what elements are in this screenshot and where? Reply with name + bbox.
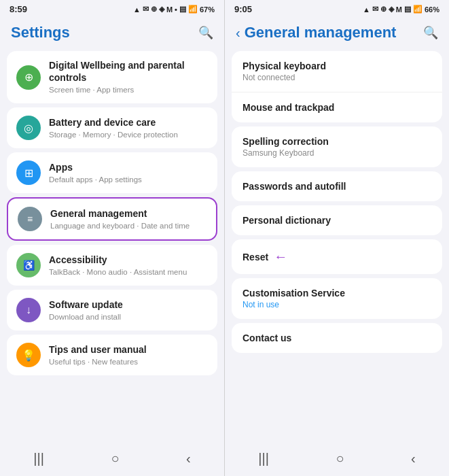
apps-item[interactable]: ⊞ Apps Default apps · App settings	[7, 152, 217, 193]
left-time: 8:59	[10, 4, 27, 14]
right-nav-home[interactable]: ○	[336, 451, 344, 466]
right-page-title: General management	[245, 24, 397, 41]
customisation-service-subtitle: Not in use	[243, 300, 431, 309]
accessibility-card: ♿ Accessibility TalkBack · Mono audio · …	[7, 245, 217, 286]
customisation-service-item[interactable]: Customisation Service Not in use	[232, 278, 442, 319]
left-header-icons: 🔍	[198, 25, 213, 40]
tips-title: Tips and user manual	[49, 343, 208, 356]
general-management-icon: ≡	[18, 207, 42, 231]
contact-card: Contact us	[232, 323, 442, 353]
mouse-trackpad-item[interactable]: Mouse and trackpad	[232, 92, 442, 122]
general-management-item[interactable]: ≡ General management Language and keyboa…	[8, 199, 216, 239]
software-update-subtitle: Download and install	[49, 312, 208, 322]
personal-dictionary-title: Personal dictionary	[243, 215, 431, 226]
accessibility-icon: ♿	[16, 253, 41, 277]
right-time: 9:05	[234, 4, 252, 14]
right-status-icons: ▲ ✉ ⊕ ◈ M ▤ 📶 66%	[363, 5, 439, 14]
passwords-autofill-title: Passwords and autofill	[243, 181, 431, 192]
digital-wellbeing-icon: ⊕	[16, 65, 41, 90]
physical-keyboard-item[interactable]: Physical keyboard Not connected	[232, 51, 442, 92]
digital-wellbeing-title: Digital Wellbeing and parental controls	[49, 59, 208, 84]
physical-keyboard-title: Physical keyboard	[243, 61, 431, 71]
digital-wellbeing-card: ⊕ Digital Wellbeing and parental control…	[7, 51, 217, 103]
keyboard-mouse-card: Physical keyboard Not connected Mouse an…	[232, 51, 442, 122]
spelling-correction-subtitle: Samsung Keyboard	[243, 148, 431, 158]
digital-wellbeing-item[interactable]: ⊕ Digital Wellbeing and parental control…	[7, 51, 217, 103]
reset-item[interactable]: Reset ←	[232, 239, 442, 274]
spelling-correction-title: Spelling correction	[243, 136, 431, 147]
right-settings-list: Physical keyboard Not connected Mouse an…	[225, 47, 449, 444]
digital-wellbeing-subtitle: Screen time · App timers	[49, 85, 208, 95]
accessibility-item[interactable]: ♿ Accessibility TalkBack · Mono audio · …	[7, 245, 217, 286]
spelling-correction-item[interactable]: Spelling correction Samsung Keyboard	[232, 126, 442, 167]
left-search-button[interactable]: 🔍	[198, 25, 213, 40]
software-update-item[interactable]: ↓ Software update Download and install	[7, 290, 217, 330]
tips-subtitle: Useful tips · New features	[49, 357, 208, 367]
passwords-card: Passwords and autofill	[232, 171, 442, 201]
right-status-bar: 9:05 ▲ ✉ ⊕ ◈ M ▤ 📶 66%	[225, 0, 449, 17]
left-status-icons: ▲ ✉ ⊕ ◈ M • ▤ 📶 67%	[133, 5, 215, 14]
contact-us-title: Contact us	[243, 333, 431, 343]
contact-us-item[interactable]: Contact us	[232, 323, 442, 353]
apps-card: ⊞ Apps Default apps · App settings	[7, 152, 217, 193]
reset-arrow-icon: ←	[274, 249, 287, 265]
passwords-autofill-item[interactable]: Passwords and autofill	[232, 171, 442, 201]
tips-card: 💡 Tips and user manual Useful tips · New…	[7, 335, 217, 375]
battery-icon: ◎	[16, 116, 41, 140]
reset-title: Reset	[243, 252, 268, 262]
left-page-header: Settings 🔍	[0, 17, 224, 47]
software-update-title: Software update	[49, 299, 208, 311]
spelling-card: Spelling correction Samsung Keyboard	[232, 126, 442, 167]
apps-icon: ⊞	[16, 160, 41, 185]
left-phone-screen: 8:59 ▲ ✉ ⊕ ◈ M • ▤ 📶 67% Settings 🔍 ⊕ Di…	[0, 0, 224, 476]
battery-card: ◎ Battery and device care Storage · Memo…	[7, 107, 217, 148]
left-status-bar: 8:59 ▲ ✉ ⊕ ◈ M • ▤ 📶 67%	[0, 0, 224, 17]
software-update-card: ↓ Software update Download and install	[7, 290, 217, 330]
right-nav-back[interactable]: ‹	[411, 451, 416, 466]
left-nav-menu[interactable]: |||	[33, 451, 44, 466]
right-phone-screen: 9:05 ▲ ✉ ⊕ ◈ M ▤ 📶 66% ‹ General managem…	[225, 0, 449, 476]
general-management-title: General management	[50, 207, 206, 220]
mouse-trackpad-title: Mouse and trackpad	[243, 102, 431, 113]
tips-icon: 💡	[16, 343, 41, 367]
left-settings-list: ⊕ Digital Wellbeing and parental control…	[0, 47, 224, 444]
left-nav-back[interactable]: ‹	[186, 451, 191, 466]
right-nav-menu[interactable]: |||	[258, 451, 269, 466]
battery-item[interactable]: ◎ Battery and device care Storage · Memo…	[7, 107, 217, 148]
software-update-icon: ↓	[16, 298, 41, 322]
personal-dictionary-item[interactable]: Personal dictionary	[232, 205, 442, 235]
left-nav-home[interactable]: ○	[111, 451, 119, 466]
back-button[interactable]: ‹	[236, 25, 240, 41]
right-bottom-nav: ||| ○ ‹	[225, 444, 449, 476]
apps-subtitle: Default apps · App settings	[49, 175, 208, 185]
tips-item[interactable]: 💡 Tips and user manual Useful tips · New…	[7, 335, 217, 375]
customisation-service-title: Customisation Service	[243, 288, 431, 299]
left-page-title: Settings	[11, 24, 70, 41]
left-bottom-nav: ||| ○ ‹	[0, 444, 224, 476]
customisation-card: Customisation Service Not in use	[232, 278, 442, 319]
apps-title: Apps	[49, 161, 208, 173]
accessibility-subtitle: TalkBack · Mono audio · Assistant menu	[49, 267, 208, 277]
general-management-subtitle: Language and keyboard · Date and time	[50, 221, 206, 231]
reset-card: Reset ←	[232, 239, 442, 274]
dictionary-card: Personal dictionary	[232, 205, 442, 235]
general-management-card: ≡ General management Language and keyboa…	[7, 197, 217, 241]
right-search-button[interactable]: 🔍	[423, 25, 438, 40]
physical-keyboard-subtitle: Not connected	[243, 73, 431, 82]
accessibility-title: Accessibility	[49, 254, 208, 266]
battery-subtitle: Storage · Memory · Device protection	[49, 130, 208, 140]
right-page-header: ‹ General management 🔍	[225, 17, 449, 47]
battery-title: Battery and device care	[49, 116, 208, 129]
